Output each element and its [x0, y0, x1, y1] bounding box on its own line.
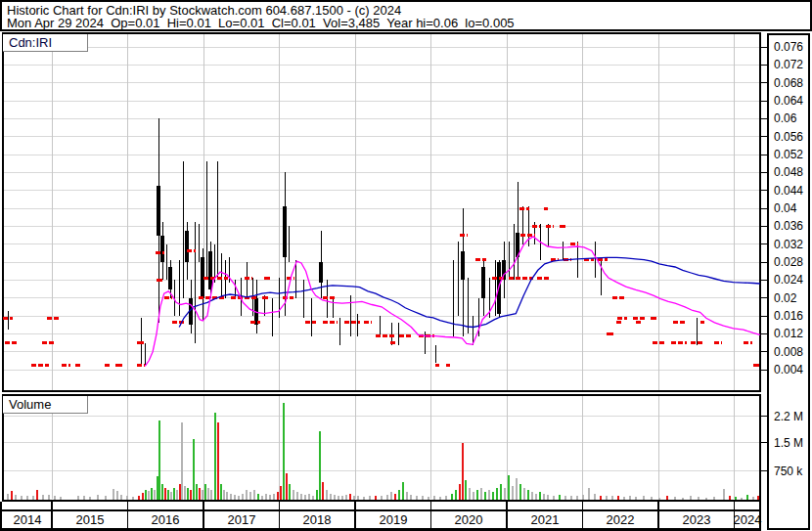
- volume-bar: [394, 494, 396, 500]
- volume-tick-label: 750 k: [774, 465, 802, 477]
- volume-bar: [369, 496, 371, 499]
- volume-bar: [406, 492, 408, 500]
- volume-bar: [54, 496, 56, 499]
- volume-bar: [594, 494, 596, 500]
- volume-bar: [492, 492, 494, 500]
- volume-bar: [170, 492, 172, 500]
- volume-panel-label: Volume: [3, 396, 88, 414]
- volume-bar: [202, 490, 203, 500]
- volume-bar: [207, 488, 209, 500]
- volume-bar: [674, 497, 676, 499]
- volume-bar: [433, 496, 435, 499]
- volume-bar: [249, 492, 251, 500]
- volume-bar: [273, 494, 275, 500]
- volume-bar: [330, 494, 332, 500]
- volume-bar: [564, 496, 566, 500]
- volume-bar: [253, 490, 255, 500]
- volume-bar: [126, 496, 128, 499]
- volume-bar: [410, 495, 412, 500]
- volume-bar: [193, 439, 195, 500]
- volume-bar: [741, 498, 743, 500]
- volume-bar: [308, 494, 310, 500]
- volume-bar: [375, 496, 377, 500]
- volume-bar: [635, 497, 637, 499]
- year-label: 2022: [599, 513, 642, 526]
- volume-bar: [142, 493, 144, 500]
- price-tick-label: 0.008: [774, 346, 803, 358]
- volume-bar: [277, 492, 279, 500]
- volume-bar: [238, 496, 240, 500]
- volume-bar: [184, 486, 186, 499]
- volume-bar: [559, 495, 561, 500]
- volume-bar: [77, 496, 79, 499]
- volume-bar: [386, 495, 388, 500]
- volume-bar: [713, 497, 715, 499]
- volume-bar: [451, 494, 453, 500]
- year-label: 2017: [220, 513, 263, 526]
- panel-borders: [3, 33, 809, 529]
- year-label: 2021: [523, 513, 566, 526]
- volume-bar: [316, 490, 318, 500]
- volume-bar: [21, 496, 23, 499]
- volume-bar: [363, 497, 365, 499]
- volume-bar: [296, 492, 298, 500]
- volume-bar: [629, 496, 631, 499]
- volume-bar: [312, 496, 314, 500]
- volume-bar: [199, 488, 201, 500]
- price-tick-label: 0.036: [774, 220, 803, 232]
- year-label: 2023: [675, 513, 718, 526]
- volume-bar: [190, 490, 192, 500]
- price-tick-label: 0.02: [774, 292, 796, 304]
- volume-bar: [157, 476, 158, 499]
- price-tick-label: 0.048: [774, 166, 803, 178]
- volume-bar: [319, 431, 321, 499]
- price-tick-label: 0.032: [774, 239, 803, 250]
- volume-bar: [60, 497, 62, 499]
- volume-bar: [476, 490, 478, 500]
- volume-bar: [151, 488, 153, 500]
- volume-bar: [570, 496, 572, 499]
- volume-bar: [504, 488, 506, 500]
- volume-bar: [120, 495, 122, 499]
- year-label: 2018: [295, 513, 338, 526]
- volume-bar: [234, 495, 236, 500]
- price-tick-label: 0.072: [774, 59, 803, 70]
- volume-bar: [553, 496, 555, 500]
- volume-bar: [445, 496, 447, 499]
- volume-bar: [173, 488, 175, 500]
- volume-bar: [223, 490, 225, 500]
- volume-bar: [345, 495, 347, 500]
- volume-bar: [439, 497, 441, 499]
- volume-bar: [473, 492, 474, 500]
- volume-bar: [459, 484, 461, 499]
- volume-bar: [402, 482, 404, 499]
- volume-bar: [293, 490, 294, 500]
- volume-bar: [280, 486, 282, 499]
- volume-bar: [488, 490, 490, 500]
- volume-bar: [539, 492, 541, 500]
- volume-bar: [623, 497, 625, 499]
- volume-bar: [535, 494, 537, 500]
- volume-bar: [682, 498, 684, 500]
- volume-bar: [196, 484, 198, 499]
- volume-bar: [217, 422, 219, 500]
- volume-bar: [690, 496, 692, 499]
- volume-bar: [338, 496, 339, 500]
- volume-bar: [480, 488, 482, 500]
- volume-bar: [32, 496, 34, 499]
- volume-bar: [226, 492, 228, 500]
- volume-bar: [723, 489, 725, 500]
- volume-bar: [600, 496, 602, 500]
- volume-bar: [42, 495, 44, 500]
- volume-bar: [286, 473, 288, 500]
- open-close-box: [185, 231, 189, 262]
- volume-bar: [416, 496, 418, 499]
- volume-bar: [516, 478, 518, 499]
- price-tick-label: 0.052: [774, 149, 803, 160]
- volume-bar: [390, 492, 392, 500]
- volume-bar: [576, 496, 578, 500]
- volume-bar: [428, 497, 429, 499]
- volume-bar: [349, 494, 351, 500]
- volume-bar: [105, 496, 107, 499]
- volume-bar: [230, 494, 232, 500]
